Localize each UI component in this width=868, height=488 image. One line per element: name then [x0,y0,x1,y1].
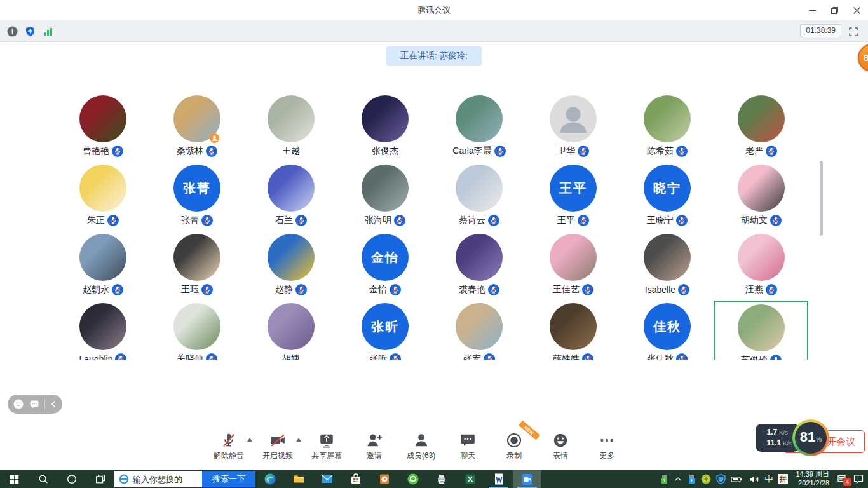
mic-muted-icon[interactable] [676,353,688,360]
mic-muted-icon[interactable] [676,146,688,157]
participant-tile[interactable]: 桑紫林 [150,93,244,162]
participant-tile[interactable]: Carla李晨 [432,93,526,162]
participant-tile[interactable]: 裘春艳 [432,231,526,301]
usb-green-icon[interactable] [660,474,668,484]
participant-tile[interactable]: 张宏 [432,301,526,360]
collapse-chevron-icon[interactable] [50,400,57,409]
reaction-emoji-icon[interactable] [13,398,24,410]
green-browser-icon[interactable] [398,470,427,488]
mic-muted-icon[interactable] [390,353,401,360]
mail-icon[interactable] [313,470,341,488]
participant-tile[interactable]: 曹艳艳 [56,93,150,162]
start-icon[interactable] [0,470,29,488]
toolbar-item-录制[interactable]: NEW录制 [500,431,528,461]
meeting-info-icon[interactable] [5,25,19,37]
participant-tile[interactable]: 关晓仙 [150,301,244,360]
toolbar-item-聊天[interactable]: 聊天 [454,431,482,461]
participant-tile[interactable]: 卫华 [526,93,620,162]
store-icon[interactable] [341,470,370,488]
toolbar-item-开启视频[interactable]: 开启视频 [262,431,293,461]
floating-score-badge[interactable]: 81 [858,44,868,72]
expand-arrow-icon[interactable] [247,438,252,442]
participant-tile[interactable]: 佳秋张佳秋 [620,301,714,360]
taskbar-search-input[interactable] [133,475,202,484]
mic-muted-icon[interactable] [676,215,688,226]
ime-language-indicator[interactable]: 中 [764,473,773,485]
mic-on-icon[interactable] [770,355,782,360]
participant-tile[interactable]: 赵朝永 [56,231,150,301]
action-center-icon[interactable] [853,473,864,485]
participant-tile[interactable]: 老严 [714,93,808,162]
participant-tile[interactable]: 王平王平 [526,162,620,231]
participant-tile[interactable]: 张海明 [338,162,432,231]
usb-blue-icon[interactable] [688,474,696,484]
network-signal-icon[interactable] [41,25,55,37]
participant-tile[interactable]: 汪燕 [714,231,808,301]
cortana-icon[interactable] [57,470,86,488]
mic-muted-icon[interactable] [578,146,589,157]
mic-muted-icon[interactable] [578,215,589,226]
participant-tile[interactable]: 张俊杰 [338,93,432,162]
chevron-up-icon[interactable] [674,475,682,484]
mic-muted-icon[interactable] [678,284,689,295]
mic-muted-icon[interactable] [766,284,777,295]
toolbar-item-成员(63)[interactable]: 成员(63) [407,431,435,461]
participant-tile[interactable]: 陈希茹 [620,93,714,162]
toolbar-item-更多[interactable]: 更多 [593,431,621,461]
participant-tile[interactable]: 金怡金怡 [338,231,432,301]
participant-tile[interactable]: 王珏 [150,231,244,301]
edge-icon[interactable] [255,470,284,488]
mic-muted-icon[interactable] [295,284,307,295]
mic-muted-icon[interactable] [112,146,123,157]
mic-muted-icon[interactable] [206,353,217,360]
toolbar-item-共享屏幕[interactable]: 共享屏幕 [311,431,342,461]
restore-button[interactable] [824,0,846,20]
mic-muted-icon[interactable] [390,284,401,295]
file-explorer-icon[interactable] [284,470,313,488]
mic-muted-icon[interactable] [394,215,405,226]
expand-arrow-icon[interactable] [296,438,301,442]
search-submit-button[interactable]: 搜索一下 [202,471,255,487]
participant-tile[interactable]: 胡幼文 [714,162,808,231]
taskbar-search-box[interactable]: 搜索一下 [114,471,255,487]
taskbar-clock[interactable]: 14:39 周日 2021/2/28 [796,470,829,488]
quick-chat-icon[interactable] [29,398,40,410]
tencent-meeting-icon[interactable] [513,470,541,488]
participant-tile[interactable]: 苏俊玲 [714,301,808,360]
word-icon[interactable] [484,470,513,488]
search-icon[interactable] [29,470,57,488]
mic-muted-icon[interactable] [488,215,499,226]
participant-tile[interactable]: 赵静 [244,231,338,301]
fullscreen-icon[interactable] [846,25,860,37]
printer-icon[interactable] [427,470,456,488]
mic-muted-icon[interactable] [494,146,506,157]
media-player-icon[interactable] [370,470,398,488]
participant-tile[interactable]: 王佳艺 [526,231,620,301]
excel-icon[interactable] [456,470,484,488]
participant-tile[interactable]: 张昕张昕 [338,301,432,360]
participant-tile[interactable]: 蔡诗云 [432,162,526,231]
mic-muted-icon[interactable] [582,353,593,360]
participant-tile[interactable]: 朱正 [56,162,150,231]
mic-muted-icon[interactable] [295,215,307,226]
mic-muted-icon[interactable] [107,215,119,226]
grid-scrollbar-thumb[interactable] [820,161,823,236]
mic-muted-icon[interactable] [766,146,777,157]
performance-score-ring[interactable]: 81% [792,419,829,456]
task-view-icon[interactable] [86,470,114,488]
participant-tile[interactable]: 王越 [244,93,338,162]
mic-muted-icon[interactable] [201,215,213,226]
volume-icon[interactable] [749,475,759,484]
participant-tile[interactable]: Isabelle [620,231,714,301]
ime-pinyin-indicator[interactable]: 拼 [778,474,788,484]
mic-muted-icon[interactable] [206,146,217,157]
mic-muted-icon[interactable] [112,284,123,295]
mic-muted-icon[interactable] [582,284,593,295]
battery-icon[interactable] [731,475,743,484]
meeting-security-shield-icon[interactable] [23,25,37,37]
participant-tile[interactable]: 晓宁王晓宁 [620,162,714,231]
toolbar-item-邀请[interactable]: 邀请 [360,431,388,461]
participant-tile[interactable]: 张菁张菁 [150,162,244,231]
participant-tile[interactable]: Laughlin [56,301,150,360]
mic-muted-icon[interactable] [484,353,495,360]
